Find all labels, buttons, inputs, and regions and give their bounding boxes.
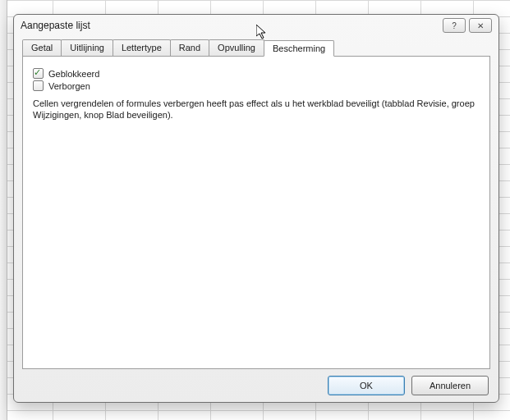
tab-opvulling-label: Opvulling bbox=[218, 43, 255, 52]
protection-panel: Geblokkeerd Verborgen Cellen vergrendele… bbox=[22, 56, 490, 369]
close-icon: ✕ bbox=[477, 21, 484, 30]
tab-strip: Getal Uitlijning Lettertype Rand Opvulli… bbox=[14, 36, 499, 56]
close-button[interactable]: ✕ bbox=[469, 18, 492, 33]
hidden-label: Verborgen bbox=[48, 81, 90, 91]
locked-label: Geblokkeerd bbox=[48, 69, 99, 79]
locked-row: Geblokkeerd bbox=[33, 68, 480, 79]
tab-rand-label: Rand bbox=[179, 43, 200, 52]
format-cells-dialog: Aangepaste lijst ? ✕ Getal Uitlijning Le… bbox=[13, 14, 499, 403]
ok-button[interactable]: OK bbox=[328, 376, 405, 395]
tab-opvulling[interactable]: Opvulling bbox=[209, 39, 264, 56]
tab-bescherming-label: Bescherming bbox=[273, 43, 325, 53]
tab-lettertype[interactable]: Lettertype bbox=[113, 39, 171, 56]
hidden-checkbox[interactable] bbox=[33, 80, 44, 91]
protection-description: Cellen vergrendelen of formules verberge… bbox=[33, 98, 480, 121]
hidden-row: Verborgen bbox=[33, 80, 480, 91]
tab-uitlijning-label: Uitlijning bbox=[70, 43, 104, 52]
tab-getal-label: Getal bbox=[31, 43, 53, 52]
help-icon: ? bbox=[452, 21, 457, 30]
help-button[interactable]: ? bbox=[443, 18, 466, 33]
dialog-buttons: OK Annuleren bbox=[14, 369, 499, 402]
row-header-gutter bbox=[0, 0, 7, 420]
tab-uitlijning[interactable]: Uitlijning bbox=[61, 39, 113, 56]
dialog-title: Aangepaste lijst bbox=[21, 20, 439, 31]
cancel-button-label: Annuleren bbox=[430, 381, 471, 390]
tab-lettertype-label: Lettertype bbox=[122, 43, 162, 52]
title-bar: Aangepaste lijst ? ✕ bbox=[14, 15, 499, 36]
tab-getal[interactable]: Getal bbox=[22, 39, 62, 56]
ok-button-label: OK bbox=[360, 381, 373, 390]
tab-bescherming[interactable]: Bescherming bbox=[264, 40, 334, 57]
tab-rand[interactable]: Rand bbox=[170, 39, 209, 56]
cancel-button[interactable]: Annuleren bbox=[411, 376, 489, 395]
locked-checkbox[interactable] bbox=[33, 68, 44, 79]
